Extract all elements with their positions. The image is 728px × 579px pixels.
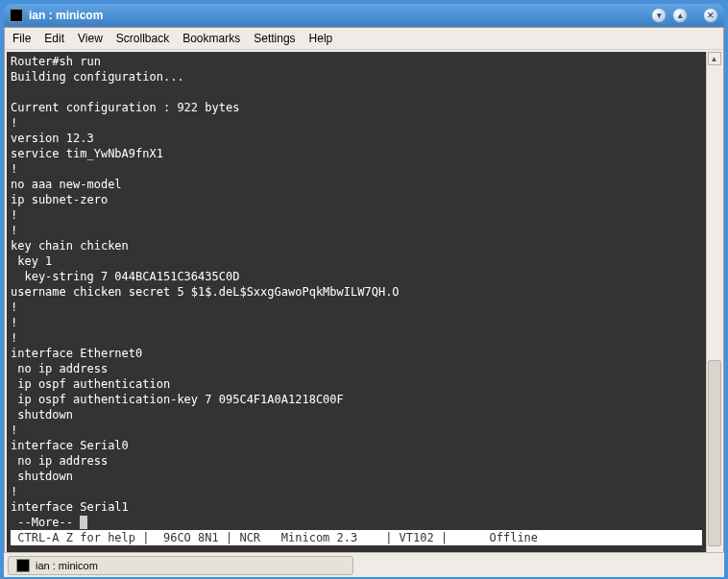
menu-scrollback[interactable]: Scrollback [116, 32, 169, 45]
taskbar: ian : minicom [4, 552, 724, 577]
maximize-button[interactable]: ▴ [672, 8, 688, 23]
terminal-icon [16, 559, 30, 572]
window-title: ian : minicom [29, 9, 651, 22]
menu-file[interactable]: File [12, 32, 31, 45]
menubar: File Edit View Scrollback Bookmarks Sett… [5, 28, 723, 50]
taskbar-item[interactable]: ian : minicom [8, 556, 353, 575]
scroll-up-button[interactable]: ▲ [708, 52, 721, 65]
terminal-container: Router#sh run Building configuration... … [5, 50, 723, 571]
menu-edit[interactable]: Edit [44, 32, 64, 45]
terminal-output[interactable]: Router#sh run Building configuration... … [7, 52, 706, 569]
window-body: File Edit View Scrollback Bookmarks Sett… [4, 27, 724, 572]
menu-view[interactable]: View [78, 32, 103, 45]
scrollbar: ▲ ▼ [706, 52, 721, 569]
window-app-icon [10, 9, 23, 22]
minimize-button[interactable]: ▾ [651, 8, 667, 23]
window-titlebar: ian : minicom ▾ ▴ ✕ [4, 4, 724, 27]
scroll-thumb[interactable] [708, 360, 721, 546]
menu-bookmarks[interactable]: Bookmarks [182, 32, 240, 45]
taskbar-item-label: ian : minicom [36, 560, 98, 571]
menu-settings[interactable]: Settings [254, 32, 295, 45]
window-controls: ▾ ▴ ✕ [651, 8, 718, 23]
menu-help[interactable]: Help [309, 32, 333, 45]
scroll-track[interactable] [708, 65, 721, 556]
close-button[interactable]: ✕ [703, 8, 718, 23]
